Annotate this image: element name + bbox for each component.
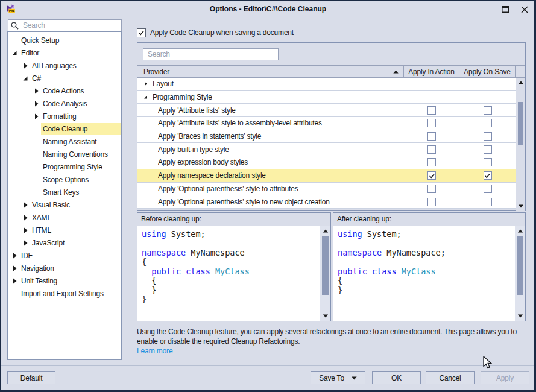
sidebar-item-scope-options[interactable]: Scope Options (33, 173, 121, 186)
apply-on-save-checkbox[interactable] (484, 145, 492, 154)
sidebar-item-csharp[interactable]: C# (22, 72, 121, 84)
sidebar-item-javascript[interactable]: JavaScript (22, 236, 121, 249)
tree-expander[interactable] (22, 63, 29, 69)
scroll-up-icon[interactable] (323, 229, 328, 233)
table-row[interactable]: Apply 'Attribute lists' style to assembl… (137, 117, 516, 130)
tree-expander[interactable] (33, 113, 40, 119)
collapsed-arrow-icon[interactable] (22, 63, 28, 69)
apply-on-save-checkbox[interactable] (484, 106, 492, 115)
collapsed-arrow-icon[interactable] (11, 265, 17, 271)
table-row[interactable]: Apply 'Optional parenthesis' style to ne… (137, 195, 516, 209)
expanded-arrow-icon[interactable] (143, 94, 148, 100)
apply-in-action-checkbox[interactable] (427, 171, 436, 180)
sidebar-item-navigation[interactable]: Navigation (11, 262, 121, 274)
table-row[interactable]: Apply built-in type style (137, 143, 516, 156)
provider-search-input[interactable]: Search (143, 48, 279, 60)
apply-in-action-checkbox[interactable] (427, 158, 436, 166)
sidebar-item-code-actions[interactable]: Code Actions (33, 84, 121, 97)
table-row[interactable]: Layout (137, 78, 516, 91)
maximize-button[interactable] (501, 5, 509, 14)
apply-code-cleanup-checkbox[interactable] (137, 28, 146, 37)
close-button[interactable] (520, 5, 529, 14)
tree-expander[interactable] (22, 240, 29, 246)
apply-in-action-checkbox[interactable] (427, 119, 436, 127)
scroll-down-icon[interactable] (517, 314, 523, 318)
sidebar-item-code-cleanup[interactable]: Code Cleanup (33, 122, 121, 135)
tree-expander[interactable] (22, 75, 29, 81)
collapsed-arrow-icon[interactable] (22, 215, 28, 221)
learn-more-link[interactable]: Learn more (137, 347, 172, 355)
row-expander[interactable] (137, 81, 148, 87)
sidebar-item-all-languages[interactable]: All Languages (22, 59, 121, 72)
apply-in-action-checkbox[interactable] (427, 145, 436, 154)
apply-on-save-checkbox[interactable] (484, 132, 492, 141)
scroll-up-icon[interactable] (518, 81, 523, 84)
apply-button[interactable]: Apply (481, 371, 529, 384)
sidebar-item-editor[interactable]: Editor (11, 46, 121, 59)
ok-button[interactable]: OK (372, 371, 421, 384)
after-code-scrollbar[interactable] (515, 226, 525, 321)
scroll-thumb[interactable] (518, 102, 523, 145)
sidebar-item-import-and-export-settings[interactable]: Import and Export Settings (11, 287, 121, 300)
collapsed-arrow-icon[interactable] (22, 227, 28, 233)
scroll-thumb[interactable] (517, 236, 523, 295)
scroll-down-icon[interactable] (323, 314, 328, 318)
cancel-button[interactable]: Cancel (426, 371, 475, 384)
tree-expander[interactable] (11, 50, 18, 56)
sidebar-item-code-analysis[interactable]: Code Analysis (33, 97, 121, 110)
column-header-provider[interactable]: Provider (137, 66, 404, 77)
scroll-down-icon[interactable] (518, 204, 523, 208)
collapsed-arrow-icon[interactable] (33, 101, 39, 107)
tree-expander[interactable] (22, 202, 29, 208)
table-scrollbar[interactable] (516, 78, 525, 211)
after-code-editor[interactable]: using System; namespace MyNamespace; pub… (333, 226, 525, 321)
sidebar-item-html[interactable]: HTML (22, 224, 121, 236)
before-code-scrollbar[interactable] (320, 226, 330, 321)
collapsed-arrow-icon[interactable] (33, 113, 39, 119)
apply-in-action-checkbox[interactable] (427, 185, 436, 193)
save-to-button[interactable]: Save To (311, 371, 365, 384)
table-row[interactable]: Apply 'Braces in statements' style (137, 130, 516, 144)
apply-on-save-checkbox[interactable] (484, 158, 492, 166)
sidebar-item-naming-assistant[interactable]: Naming Assistant (33, 135, 121, 148)
table-row[interactable]: Apply expression body styles (137, 156, 516, 169)
table-row[interactable]: Apply namespace declaration style (137, 169, 516, 183)
before-code-editor[interactable]: using System; namespace MyNamespace { pu… (137, 226, 330, 321)
collapsed-arrow-icon[interactable] (143, 81, 148, 87)
sidebar-search-input[interactable]: Search (8, 19, 122, 31)
sidebar-item-unit-testing[interactable]: Unit Testing (11, 274, 121, 287)
tree-expander[interactable] (11, 278, 18, 284)
table-row[interactable]: Apply 'Optional parenthesis' style to at… (137, 183, 516, 196)
sidebar-item-quick-setup[interactable]: Quick Setup (11, 34, 121, 46)
sidebar-item-formatting[interactable]: Formatting (33, 110, 121, 122)
sidebar-item-programming-style[interactable]: Programming Style (33, 160, 121, 173)
sidebar-item-ide[interactable]: IDE (11, 249, 121, 262)
sidebar-item-smart-keys[interactable]: Smart Keys (33, 186, 121, 198)
sidebar-item-naming-conventions[interactable]: Naming Conventions (33, 148, 121, 160)
tree-expander[interactable] (11, 265, 18, 271)
apply-on-save-checkbox[interactable] (484, 119, 492, 127)
apply-in-action-checkbox[interactable] (427, 198, 436, 206)
collapsed-arrow-icon[interactable] (11, 253, 17, 259)
collapsed-arrow-icon[interactable] (22, 240, 28, 246)
collapsed-arrow-icon[interactable] (22, 202, 28, 208)
row-expander[interactable] (137, 94, 148, 100)
tree-expander[interactable] (11, 253, 18, 259)
apply-on-save-document-row[interactable]: Apply Code Cleanup when saving a documen… (137, 28, 294, 37)
apply-on-save-checkbox[interactable] (484, 171, 492, 180)
collapsed-arrow-icon[interactable] (33, 88, 39, 94)
table-row[interactable]: Apply 'Attribute lists' style (137, 104, 516, 117)
expanded-arrow-icon[interactable] (22, 75, 28, 81)
default-button[interactable]: Default (7, 371, 55, 384)
column-header-apply-on-save[interactable]: Apply On Save (459, 66, 516, 77)
title-bar[interactable]: PRE Options - Editor\C#\Code Cleanup (1, 1, 535, 17)
tree-expander[interactable] (22, 215, 29, 221)
sidebar-item-visual-basic[interactable]: Visual Basic (22, 198, 121, 211)
apply-on-save-checkbox[interactable] (484, 198, 492, 206)
scroll-up-icon[interactable] (517, 229, 523, 233)
apply-on-save-checkbox[interactable] (484, 185, 492, 193)
tree-expander[interactable] (22, 227, 29, 233)
scroll-thumb[interactable] (322, 236, 329, 295)
apply-in-action-checkbox[interactable] (427, 132, 436, 141)
tree-expander[interactable] (33, 88, 40, 94)
